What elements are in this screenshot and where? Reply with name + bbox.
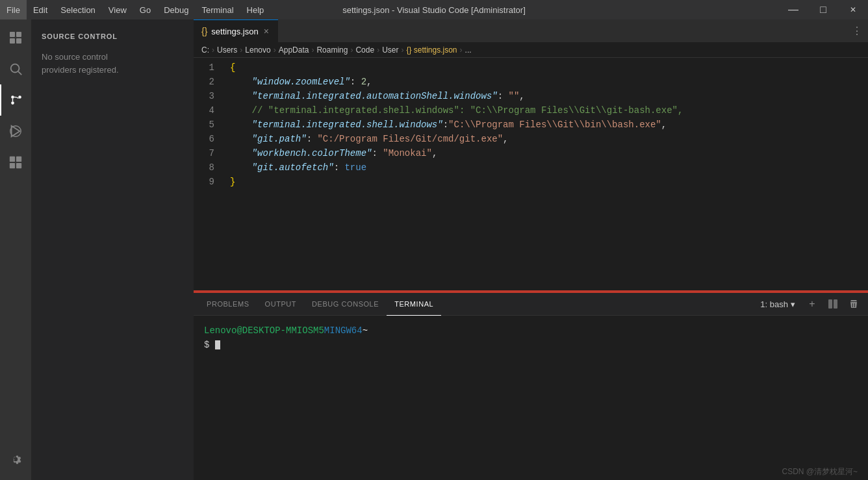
tab-label: settings.json	[211, 27, 258, 36]
svg-point-7	[18, 95, 21, 99]
code-line-8: "git.autofetch": true	[230, 160, 868, 175]
terminal-shell: MINGW64	[324, 323, 363, 338]
tab-bar: {} settings.json × ⋮	[194, 19, 868, 42]
activity-bar	[0, 19, 31, 480]
svg-marker-10	[12, 126, 20, 137]
svg-point-6	[11, 95, 14, 99]
terminal-prompt: Lenovo@DESKTOP-MMIOSM5 MINGW64 ~	[204, 323, 858, 338]
code-editor[interactable]: 1 2 3 4 5 6 7 8 9 { "window.zoomLevel": …	[194, 58, 868, 292]
sidebar-content: No source control providers registered.	[31, 45, 194, 81]
menu-go[interactable]: Go	[133, 0, 157, 19]
svg-rect-12	[10, 157, 15, 162]
svg-rect-1	[16, 32, 21, 37]
tab-settings-json[interactable]: {} settings.json ×	[194, 19, 278, 42]
code-line-5: "terminal.integrated.shell.windows":"C:\…	[230, 118, 868, 132]
panel-tab-bar: PROBLEMS OUTPUT DEBUG CONSOLE TERMINAL 1…	[194, 293, 868, 316]
sidebar: Source Control No source control provide…	[31, 19, 194, 480]
breadcrumb-code[interactable]: Code	[355, 45, 374, 55]
tab-close-button[interactable]: ×	[262, 25, 270, 38]
main-area: Source Control No source control provide…	[0, 19, 868, 480]
menu-terminal[interactable]: Terminal	[195, 0, 240, 19]
tab-right-actions: ⋮	[845, 19, 868, 42]
split-terminal-button[interactable]	[824, 295, 842, 313]
menu-view[interactable]: View	[102, 0, 133, 19]
svg-rect-2	[10, 38, 15, 44]
window-controls: — □ ✕	[778, 0, 868, 19]
sidebar-header: Source Control	[31, 19, 194, 45]
breadcrumb-appdata[interactable]: AppData	[279, 45, 309, 55]
terminal-content[interactable]: Lenovo@DESKTOP-MMIOSM5 MINGW64 ~ $	[194, 316, 868, 480]
svg-rect-16	[828, 299, 832, 309]
svg-rect-17	[834, 299, 837, 309]
breadcrumb-lenovo[interactable]: Lenovo	[245, 45, 270, 55]
breadcrumb-user[interactable]: User	[382, 45, 398, 55]
activity-explorer[interactable]	[0, 22, 31, 53]
editor-area: {} settings.json × ⋮ C: › Users › Lenovo…	[194, 19, 868, 480]
svg-rect-0	[10, 32, 15, 37]
watermark: CSDN @清梦枕星河~	[782, 466, 858, 477]
terminal-cursor	[215, 340, 220, 349]
maximize-button[interactable]: □	[808, 0, 838, 19]
activity-source-control[interactable]	[0, 84, 31, 116]
panel-tab-terminal[interactable]: TERMINAL	[387, 293, 441, 316]
terminal-selector-label: 1: bash	[760, 299, 788, 309]
code-lines: { "window.zoomLevel": 2, "terminal.integ…	[220, 58, 868, 292]
svg-rect-14	[10, 163, 15, 168]
panel-actions: 1: bash ▾ +	[755, 295, 863, 313]
add-terminal-button[interactable]: +	[803, 295, 821, 313]
title-bar: File Edit Selection View Go Debug Termin…	[0, 0, 868, 19]
window-title: settings.json - Visual Studio Code [Admi…	[342, 5, 526, 15]
more-actions-button[interactable]: ⋮	[845, 19, 868, 42]
menu-file[interactable]: File	[0, 0, 27, 19]
minimize-button[interactable]: —	[778, 0, 808, 19]
svg-rect-15	[16, 163, 21, 168]
kill-terminal-button[interactable]	[845, 295, 863, 313]
menu-debug[interactable]: Debug	[157, 0, 195, 19]
panel-tab-debug-console[interactable]: DEBUG CONSOLE	[304, 293, 387, 316]
svg-rect-3	[16, 38, 21, 44]
code-line-9: }	[230, 175, 868, 189]
code-line-2: "window.zoomLevel": 2,	[230, 75, 868, 89]
code-line-4: // "terminal.integrated.shell.windows": …	[230, 103, 868, 118]
terminal-user: Lenovo@DESKTOP-MMIOSM5	[204, 323, 324, 338]
terminal-path: ~	[363, 323, 368, 338]
breadcrumb-ellipsis[interactable]: ...	[465, 45, 472, 55]
svg-rect-13	[16, 157, 21, 162]
activity-search[interactable]	[0, 53, 31, 84]
menu-bar: File Edit Selection View Go Debug Termin…	[0, 0, 270, 19]
terminal-panel: PROBLEMS OUTPUT DEBUG CONSOLE TERMINAL 1…	[194, 292, 868, 480]
svg-point-8	[11, 101, 14, 105]
activity-debug[interactable]	[0, 116, 31, 147]
activity-settings[interactable]	[0, 444, 31, 475]
svg-point-4	[11, 64, 19, 73]
breadcrumb-settings-json[interactable]: {} settings.json	[406, 45, 457, 55]
code-line-3: "terminal.integrated.automationShell.win…	[230, 89, 868, 103]
code-line-1: {	[230, 60, 868, 75]
json-file-icon: {}	[201, 26, 207, 36]
code-line-6: "git.path": "C:/Program Files/Git/cmd/gi…	[230, 132, 868, 146]
terminal-dollar: $	[204, 338, 209, 352]
code-line-7: "workbench.colorTheme": "Monokai",	[230, 146, 868, 160]
panel-tab-output[interactable]: OUTPUT	[257, 293, 305, 316]
breadcrumb: C: › Users › Lenovo › AppData › Roaming …	[194, 42, 868, 58]
line-numbers: 1 2 3 4 5 6 7 8 9	[194, 58, 220, 292]
chevron-down-icon: ▾	[791, 299, 795, 309]
breadcrumb-c[interactable]: C:	[201, 45, 209, 55]
close-button[interactable]: ✕	[838, 0, 868, 19]
menu-help[interactable]: Help	[240, 0, 271, 19]
svg-line-5	[18, 71, 21, 75]
breadcrumb-users[interactable]: Users	[217, 45, 237, 55]
activity-extensions[interactable]	[0, 147, 31, 178]
menu-edit[interactable]: Edit	[27, 0, 54, 19]
terminal-input-line: $	[204, 338, 858, 352]
panel-tab-problems[interactable]: PROBLEMS	[199, 293, 257, 316]
terminal-selector[interactable]: 1: bash ▾	[755, 299, 800, 309]
menu-selection[interactable]: Selection	[54, 0, 101, 19]
breadcrumb-roaming[interactable]: Roaming	[316, 45, 348, 55]
